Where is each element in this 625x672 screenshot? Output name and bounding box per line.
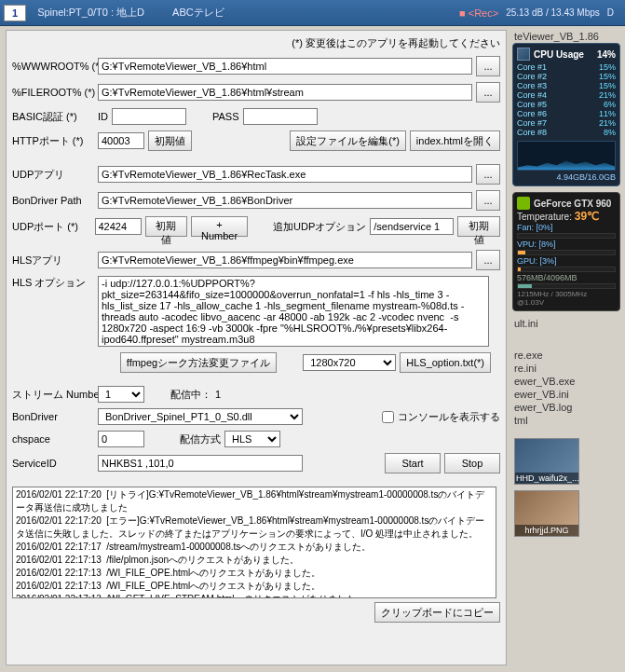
edit-settings-button[interactable]: 設定ファイルを編集(*) [290, 130, 406, 151]
haishin-label: 配信中： [170, 388, 211, 402]
extra-udp-default-button[interactable]: 初期値 [457, 216, 500, 237]
core-label: Core #1 [517, 62, 547, 72]
hlsoptions-label: HLS オプション [12, 276, 94, 290]
file-list-2: ult.ini re.exe re.ini ewer_VB.exe ewer_V… [512, 317, 622, 427]
clipboard-copy-button[interactable]: クリップボードにコピー [374, 602, 500, 623]
basicauth-label: BASIC認証 (*) [12, 110, 94, 124]
cpu-graph [517, 141, 616, 171]
gpu-mem: 576MB/4096MB [517, 273, 616, 282]
streamno-select[interactable]: 1 [98, 386, 144, 403]
desktop-right-area: teViewer_VB_1.86 CPU Usage 14% Core #115… [512, 30, 622, 541]
file-item[interactable]: tml [512, 414, 622, 427]
channel-name: ABCテレビ [172, 6, 224, 20]
chspace-label: chspace [12, 433, 94, 445]
bitrate: 25.13 dB / 13.43 Mbps [506, 7, 600, 18]
start-button[interactable]: Start [385, 453, 441, 473]
file-item[interactable]: ult.ini [512, 317, 622, 330]
udpport-input[interactable] [95, 218, 142, 235]
gpu-clock: 1215MHz / 3005MHz @1.03V [517, 290, 616, 307]
restart-notice: (*) 変更後はこのアプリを再起動してください [12, 36, 500, 50]
gpu-vpu: VPU: [8%] [517, 240, 616, 249]
desktop-thumbnail[interactable]: HHD_waifu2x_... [514, 438, 579, 485]
file-item[interactable]: ewer_VB.ini [512, 388, 622, 401]
ffmpeg-seek-button[interactable]: ffmpegシーク方法変更ファイル [120, 352, 277, 373]
console-label: コンソールを表示する [398, 410, 500, 424]
core-pct: 11% [599, 109, 616, 118]
drop-indicator: D [607, 7, 614, 18]
core-pct: 6% [604, 100, 616, 109]
core-label: Core #5 [517, 100, 547, 109]
channel-tab[interactable]: 1 [4, 5, 26, 21]
core-label: Core #7 [517, 118, 547, 128]
bondriverpath-input[interactable] [98, 192, 472, 209]
resolution-select[interactable]: 1280x720 [303, 354, 396, 371]
file-item[interactable]: re.exe [512, 349, 622, 362]
udpapp-input[interactable] [98, 166, 472, 183]
tuner-info: Spinel:PT_0/T0 : 地上D [37, 6, 144, 20]
fileroot-input[interactable] [98, 84, 472, 101]
bondriver-label: BonDriver [12, 411, 94, 422]
cpu-gadget: CPU Usage 14% Core #115% Core #215% Core… [512, 43, 620, 186]
fileroot-browse-button[interactable]: ... [476, 82, 500, 103]
core-pct: 21% [599, 90, 616, 100]
cpu-mem: 4.94GB/16.0GB [517, 172, 616, 182]
haishinhoushiki-select[interactable]: HLS [224, 431, 280, 447]
gpu-gpu: GPU: [3%] [517, 256, 616, 266]
titlebar: 1 Spinel:PT_0/T0 : 地上D ABCテレビ ■ <Rec> 25… [0, 0, 625, 26]
bondriverpath-browse-button[interactable]: ... [476, 190, 500, 211]
file-item[interactable]: ewer_VB.exe [512, 375, 622, 388]
desktop-thumbnail[interactable]: hrhrjjd.PNG [514, 490, 579, 537]
console-checkbox[interactable] [382, 411, 394, 423]
thumb-caption: HHD_waifu2x_... [515, 473, 578, 484]
udpapp-label: UDPアプリ [12, 168, 94, 182]
id-label: ID [98, 111, 108, 122]
file-item[interactable]: re.ini [512, 362, 622, 375]
chspace-input[interactable] [98, 431, 144, 447]
gpu-name: GeForce GTX 960 [534, 199, 611, 209]
httpport-input[interactable] [98, 132, 144, 149]
pass-input[interactable] [243, 108, 318, 125]
file-item[interactable]: ewer_VB.log [512, 401, 622, 414]
gpu-fan: Fan: [0%] [517, 223, 616, 232]
core-label: Core #8 [517, 128, 547, 137]
open-index-button[interactable]: index.htmlを開く [410, 130, 500, 151]
core-pct: 15% [599, 62, 616, 72]
rec-status: ■ <Rec> [459, 7, 498, 19]
udpport-default-button[interactable]: 初期値 [145, 216, 188, 237]
cpu-chip-icon [517, 48, 530, 61]
hlsapp-input[interactable] [98, 252, 472, 268]
wwwroot-browse-button[interactable]: ... [476, 56, 500, 76]
thumb-caption: hrhrjjd.PNG [515, 525, 578, 536]
core-label: Core #6 [517, 109, 547, 118]
extra-udp-input[interactable] [370, 218, 454, 235]
core-pct: 21% [599, 118, 616, 128]
hlsapp-label: HLSアプリ [12, 254, 94, 267]
hlsapp-browse-button[interactable]: ... [476, 250, 500, 270]
hls-option-txt-button[interactable]: HLS_option.txt(*) [400, 352, 491, 373]
wwwroot-label: %WWWROOT% (*) [12, 61, 94, 72]
udpport-label: UDPポート (*) [12, 220, 91, 234]
gpu-temp: 39℃ [575, 210, 599, 223]
fileroot-label: %FILEROOT% (*) [12, 87, 94, 98]
core-label: Core #3 [517, 81, 547, 90]
serviceid-input[interactable] [98, 455, 303, 472]
wwwroot-input[interactable] [98, 58, 472, 75]
gpu-gadget: GeForce GTX 960 Temperature: 39℃ Fan: [0… [512, 192, 620, 311]
udpapp-browse-button[interactable]: ... [476, 164, 500, 185]
gpu-temp-label: Temperature: [517, 212, 572, 222]
log-textarea[interactable] [12, 487, 496, 598]
cpu-title: CPU Usage [534, 49, 584, 60]
haishinhoushiki-label: 配信方式 [180, 432, 221, 446]
core-label: Core #2 [517, 72, 547, 81]
hlsoptions-textarea[interactable] [98, 276, 489, 347]
bondriver-select[interactable]: BonDriver_Spinel_PT1_0_S0.dll [98, 408, 303, 425]
file-list: teViewer_VB_1.86 [512, 30, 622, 43]
plus-number-button[interactable]: + Number [191, 216, 248, 237]
file-item[interactable]: teViewer_VB_1.86 [512, 30, 622, 43]
stop-button[interactable]: Stop [444, 453, 500, 473]
nvidia-icon [517, 197, 530, 210]
core-label: Core #4 [517, 90, 547, 100]
cpu-total: 14% [597, 49, 616, 60]
httpport-default-button[interactable]: 初期値 [148, 130, 192, 151]
id-input[interactable] [112, 108, 186, 125]
